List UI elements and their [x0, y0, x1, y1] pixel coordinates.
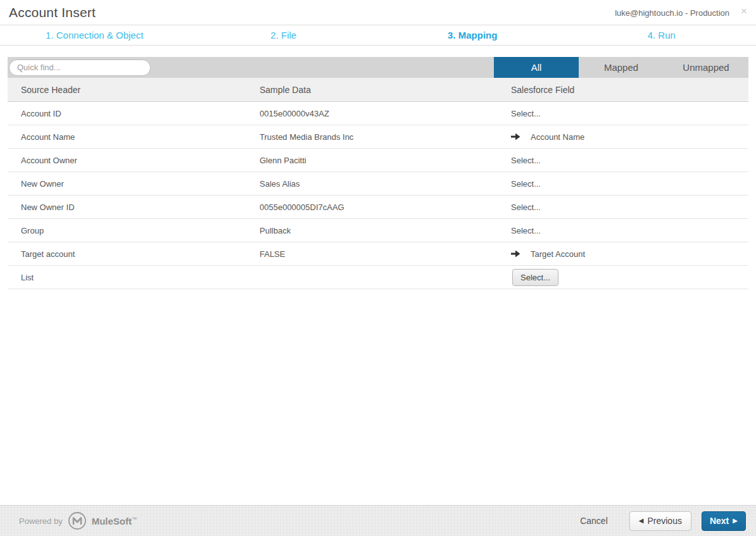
page-title: Account Insert: [9, 5, 96, 20]
table-row: New Owner Sales Alias Select...: [8, 172, 748, 196]
filter-tabs: AllMappedUnmapped: [494, 57, 748, 78]
salesforce-field-cell: Account Name: [511, 132, 748, 142]
sample-data-cell: Sales Alias: [260, 179, 511, 189]
sample-data-cell: 0015e00000v43AZ: [260, 109, 511, 118]
mulesoft-logo-icon: [68, 511, 87, 530]
salesforce-field-value[interactable]: Select...: [511, 179, 541, 189]
salesforce-field-cell: Select...: [511, 179, 748, 189]
wizard-steps: 1. Connection & Object2. File3. Mapping4…: [0, 25, 756, 46]
source-header-cell: New Owner: [8, 179, 260, 189]
wizard-step-1[interactable]: 1. Connection & Object: [0, 25, 189, 45]
cancel-button[interactable]: Cancel: [580, 516, 608, 526]
column-salesforce-field: Salesforce Field: [511, 85, 748, 95]
sample-data-cell: Glenn Pacitti: [260, 156, 511, 165]
salesforce-field-cell: Select...: [511, 156, 748, 165]
next-arrow-icon: ▶: [733, 518, 738, 524]
tab-mapped[interactable]: Mapped: [579, 57, 664, 78]
select-field-button[interactable]: Select...: [512, 269, 558, 286]
powered-by: Powered by MuleSoft™: [19, 511, 137, 530]
brand-name: MuleSoft™: [92, 516, 137, 527]
sample-data-cell: Pullback: [260, 226, 511, 235]
salesforce-field-cell: Select...: [511, 109, 748, 118]
salesforce-field-value[interactable]: Select...: [511, 226, 541, 235]
mapping-table: Source Header Sample Data Salesforce Fie…: [8, 78, 748, 289]
salesforce-field-cell: Target Account: [511, 249, 748, 259]
wizard-step-3[interactable]: 3. Mapping: [378, 25, 567, 45]
wizard-step-2[interactable]: 2. File: [189, 25, 379, 45]
table-row: New Owner ID 0055e000005DI7cAAG Select..…: [8, 196, 748, 219]
mapped-arrow-icon: [511, 250, 520, 258]
source-header-cell: Account ID: [8, 109, 260, 118]
column-source-header: Source Header: [8, 85, 260, 95]
salesforce-field-cell: Select...: [511, 203, 748, 212]
source-header-cell: Group: [8, 226, 260, 235]
salesforce-field-value[interactable]: Select...: [511, 156, 541, 165]
source-header-cell: Target account: [8, 249, 260, 259]
source-header-cell: New Owner ID: [8, 203, 260, 212]
source-header-cell: Account Owner: [8, 156, 260, 165]
next-button[interactable]: Next ▶: [702, 511, 746, 531]
table-row: Group Pullback Select...: [8, 219, 748, 242]
table-header-row: Source Header Sample Data Salesforce Fie…: [8, 78, 748, 102]
powered-by-label: Powered by: [19, 516, 63, 526]
user-connection-label: luke@hightouch.io - Production: [615, 8, 729, 18]
mapping-toolbar: AllMappedUnmapped: [8, 57, 748, 78]
table-row: Target account FALSE Target Account: [8, 242, 748, 266]
sample-data-cell: 0055e000005DI7cAAG: [260, 203, 511, 212]
sample-data-cell: FALSE: [260, 249, 511, 259]
main-content: AllMappedUnmapped Source Header Sample D…: [0, 46, 756, 505]
salesforce-field-value[interactable]: Select...: [511, 203, 541, 212]
wizard-step-4[interactable]: 4. Run: [567, 25, 756, 45]
footer-bar: Powered by MuleSoft™ Cancel ◀ Previous N…: [0, 505, 756, 536]
salesforce-field-value[interactable]: Account Name: [531, 132, 584, 142]
salesforce-field-value[interactable]: Select...: [511, 109, 541, 118]
salesforce-field-value[interactable]: Target Account: [531, 249, 585, 259]
source-header-cell: Account Name: [8, 132, 260, 142]
table-row: Account Owner Glenn Pacitti Select...: [8, 149, 748, 172]
close-icon[interactable]: ×: [738, 4, 750, 18]
sample-data-cell: Trusted Media Brands Inc: [260, 132, 511, 142]
table-row: List Select...: [8, 266, 748, 289]
quick-find-input[interactable]: [9, 59, 151, 76]
mapped-arrow-icon: [511, 133, 520, 140]
tab-unmapped[interactable]: Unmapped: [664, 57, 748, 78]
tab-all[interactable]: All: [494, 57, 579, 78]
salesforce-field-cell: Select...: [511, 226, 748, 235]
column-sample-data: Sample Data: [260, 85, 511, 95]
window-header: Account Insert luke@hightouch.io - Produ…: [0, 0, 756, 25]
previous-arrow-icon: ◀: [639, 518, 644, 524]
table-row: Account Name Trusted Media Brands Inc Ac…: [8, 125, 748, 149]
previous-button[interactable]: ◀ Previous: [629, 511, 691, 531]
source-header-cell: List: [8, 273, 260, 282]
salesforce-field-cell: Select...: [511, 269, 748, 286]
table-row: Account ID 0015e00000v43AZ Select...: [8, 102, 748, 125]
